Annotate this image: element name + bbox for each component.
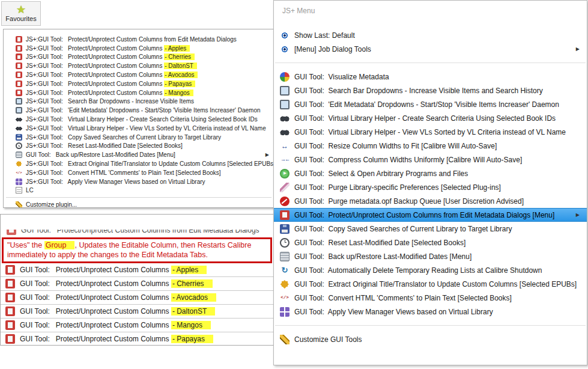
menu-item-label: JS+:GUI Tool: Extract Original Title/Tra… — [26, 160, 274, 167]
highlighted-text: - Cherries — [171, 279, 213, 288]
menu-item[interactable]: JS+:GUI Tool: Protect/Unprotect Custom C… — [4, 44, 274, 53]
star8-icon — [16, 160, 22, 167]
menu-item[interactable]: GUI Tool: Protect/Unprotect Custom Colum… — [1, 332, 273, 346]
annotation-note: "Uses" the Group, Updates the Editable C… — [2, 237, 272, 263]
menu-item[interactable]: GUI Tool: Protect/Unprotect Custom Colum… — [1, 291, 273, 305]
menu-item[interactable]: Show Last: Default — [274, 28, 587, 42]
protect-icon — [5, 265, 15, 275]
menu-item[interactable]: JS+:GUI Tool: 'Edit Metadata' Dropdowns … — [4, 106, 274, 115]
highlighted-text: - Papayas — [164, 81, 195, 87]
menu-item-label: [Menu] Job Dialog Tools — [294, 45, 371, 53]
menu-item[interactable]: GUI Tool: Apply View Manager Views based… — [274, 305, 587, 319]
menu-item-label: GUI Tool: Purge metadata.opf Backup Queu… — [294, 197, 524, 206]
menu-item[interactable]: JS+:GUI Tool: Search Bar Dropdowns - Inc… — [4, 97, 274, 106]
menu-item-label: GUI Tool: Protect/Unprotect Custom Colum… — [20, 335, 213, 343]
menu-item[interactable]: GUI Tool: Compress Column Widths Uniform… — [274, 153, 587, 166]
menu-item-label: JS+:GUI Tool: Apply View Manager Views b… — [26, 178, 205, 185]
menu-item[interactable]: GUI Tool: Automatically Delete Temporary… — [274, 263, 587, 277]
protect-icon — [16, 45, 22, 52]
menu-item-label: GUI Tool: Convert HTML 'Comments' to Pla… — [294, 294, 512, 302]
menu-item-label: LC — [26, 187, 34, 194]
menu-item-label: GUI Tool: Copy Saved Searches of Current… — [294, 225, 512, 233]
menu-item[interactable]: Customize plugin... — [4, 200, 274, 208]
monitor-icon — [280, 100, 289, 109]
menu-item[interactable]: JS+:GUI Tool: Protect/Unprotect Custom C… — [4, 35, 274, 44]
menu-item-label: Customize plugin... — [26, 201, 77, 208]
menu-item[interactable]: JS+:GUI Tool: Virtual Library Helper - C… — [4, 115, 274, 124]
menu-item[interactable]: Customize GUI Tools — [274, 332, 587, 346]
menu-item[interactable]: GUI Tool: Search Bar Dropdowns - Increas… — [274, 84, 587, 97]
menu-item-label: GUI Tool: Protect/Unprotect Custom Colum… — [21, 230, 259, 234]
menu-item[interactable]: GUI Tool: Convert HTML 'Comments' to Pla… — [274, 291, 587, 305]
menu-item[interactable]: JS+:GUI Tool: Virtual Library Helper - V… — [4, 124, 274, 133]
menu-item[interactable]: GUI Tool: Purge Library-specific Prefere… — [274, 180, 587, 194]
highlighted-text: - DaltonST — [164, 63, 197, 69]
menu-item[interactable]: GUI Tool: Extract Original Title/Transla… — [274, 277, 587, 291]
menu-item[interactable]: [Menu] Job Dialog Tools▶ — [274, 42, 587, 56]
menu-item[interactable]: GUI Tool: Virtual Library Helper - Creat… — [274, 111, 587, 125]
menu-item[interactable]: JS+:GUI Tool: Protect/Unprotect Custom C… — [4, 70, 274, 79]
menu-item[interactable]: GUI Tool: Reset Last-Modified Date [Sele… — [274, 236, 587, 249]
menu-item[interactable]: GUI Tool: Protect/Unprotect Custom Colum… — [1, 263, 273, 277]
grid-icon — [280, 307, 289, 317]
code-icon — [16, 169, 22, 176]
menu-item-label: GUI Tool: Back up/Restore Last-Modified … — [26, 151, 175, 158]
favourites-label: Favourites — [5, 15, 36, 22]
menu-item-label: GUI Tool: Protect/Unprotect Custom Colum… — [20, 321, 211, 329]
pencil-icon — [280, 335, 289, 344]
protect-icon — [16, 36, 22, 43]
play-icon — [280, 169, 289, 178]
menu-item[interactable]: GUI Tool: Copy Saved Searches of Current… — [274, 222, 587, 236]
menu-item-label: GUI Tool: Virtual Library Helper - Creat… — [294, 114, 556, 123]
menu-item[interactable]: JS+:GUI Tool: Protect/Unprotect Custom C… — [4, 88, 274, 97]
menu-item-label: JS+:GUI Tool: 'Edit Metadata' Dropdowns … — [26, 107, 261, 114]
highlighted-text: - DaltonST — [171, 307, 215, 316]
clipped-menu-item: GUI Tool: Protect/Unprotect Custom Colum… — [1, 230, 273, 237]
protect-icon — [16, 81, 22, 87]
menu-item[interactable]: LC — [4, 186, 274, 195]
menu-item[interactable]: GUI Tool: Protect/Unprotect Custom Colum… — [274, 208, 587, 222]
menu-item[interactable]: GUI Tool: Back up/Restore Last-Modified … — [274, 249, 587, 263]
menu-item[interactable]: GUI Tool: Select & Open Arbitrary Progra… — [274, 166, 587, 180]
menu-item[interactable]: GUI Tool: Protect/Unprotect Custom Colum… — [1, 230, 273, 237]
menu-item-label: JS+:GUI Tool: Virtual Library Helper - C… — [26, 116, 258, 123]
menu-item[interactable]: GUI Tool: Purge metadata.opf Backup Queu… — [274, 194, 587, 208]
menu-item[interactable]: GUI Tool: Visualize Metadata — [274, 70, 587, 84]
menu-item-label: Customize GUI Tools — [294, 335, 362, 344]
menu-item[interactable]: GUI Tool: Virtual Library Helper - View … — [274, 125, 587, 139]
menu-item[interactable]: JS+:GUI Tool: Protect/Unprotect Custom C… — [4, 53, 274, 62]
menu-item-label: GUI Tool: 'Edit Metadata' Dropdowns - St… — [294, 100, 559, 109]
binoculars-icon — [280, 127, 289, 137]
menu-item-label: GUI Tool: Protect/Unprotect Custom Colum… — [20, 293, 216, 302]
menu-separator — [6, 197, 271, 198]
menu-item[interactable]: GUI Tool: Resize Column Widths to Fit [C… — [274, 139, 587, 153]
menu-item[interactable]: GUI Tool: Protect/Unprotect Custom Colum… — [1, 277, 273, 291]
highlighted-text: - Avocados — [164, 72, 198, 78]
disks-icon — [280, 252, 289, 261]
menu-item[interactable]: GUI Tool: Protect/Unprotect Custom Colum… — [1, 305, 273, 319]
menu-item-label: GUI Tool: Protect/Unprotect Custom Colum… — [20, 307, 215, 316]
menu-item-label: GUI Tool: Protect/Unprotect Custom Colum… — [20, 279, 213, 288]
menu-item[interactable]: JS+:GUI Tool: Protect/Unprotect Custom C… — [4, 79, 274, 88]
monitor-icon — [16, 98, 22, 105]
favourites-button[interactable]: ★ Favourites — [1, 1, 41, 26]
menu-item[interactable]: JS+:GUI Tool: Extract Original Title/Tra… — [4, 159, 274, 168]
protect-icon — [16, 53, 22, 60]
menu-item[interactable]: JS+:GUI Tool: Convert HTML 'Comments' to… — [4, 168, 274, 177]
pencil-icon — [16, 201, 22, 208]
menu-separator — [275, 325, 586, 326]
disks-icon — [16, 151, 22, 158]
protect-icon — [5, 279, 15, 288]
menu-item[interactable]: GUI Tool: 'Edit Metadata' Dropdowns - St… — [274, 97, 587, 111]
menu-item[interactable]: GUI Tool: Back up/Restore Last-Modified … — [4, 150, 274, 159]
menu-item[interactable]: JS+:GUI Tool: Reset Last-Modified Date [… — [4, 142, 274, 151]
eye-icon — [280, 31, 289, 40]
menu-item[interactable]: GUI Tool: Protect/Unprotect Custom Colum… — [1, 319, 273, 332]
menu-item[interactable]: JS+:GUI Tool: Protect/Unprotect Custom C… — [4, 61, 274, 70]
menu-item-label: GUI Tool: Resize Column Widths to Fit [C… — [294, 142, 497, 150]
binoculars-icon — [280, 114, 289, 123]
menu-item[interactable]: JS+:GUI Tool: Apply View Manager Views b… — [4, 177, 274, 186]
menu-item-label: GUI Tool: Reset Last-Modified Date [Sele… — [294, 239, 465, 247]
menu-item-label: JS+:GUI Tool: Protect/Unprotect Custom C… — [26, 63, 197, 69]
menu-item[interactable]: JS+:GUI Tool: Copy Saved Searches of Cur… — [4, 133, 274, 142]
